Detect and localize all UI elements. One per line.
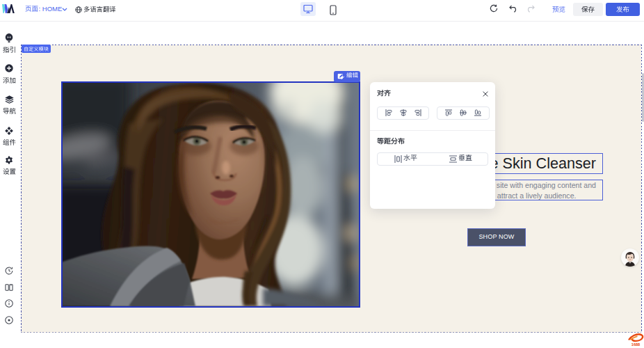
svg-text:1688: 1688 [631,342,640,347]
